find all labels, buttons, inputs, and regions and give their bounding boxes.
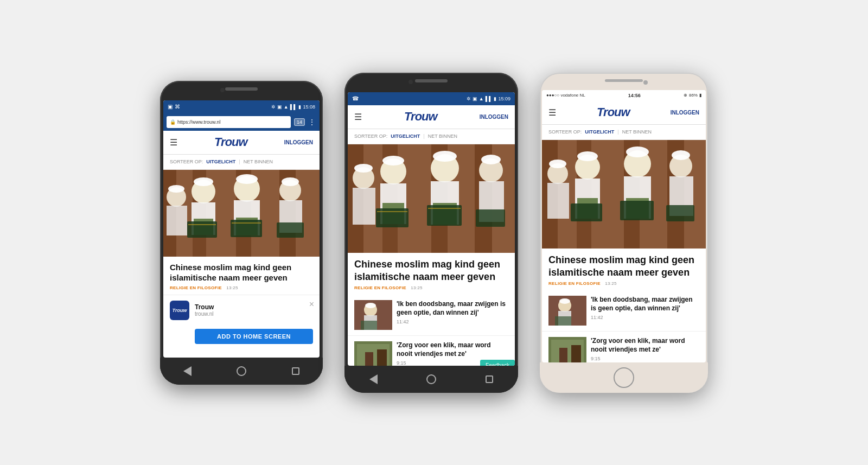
news-item-iphone-2: 'Zorg voor een klik, maar word nooit vri… — [542, 332, 706, 362]
sort-option2-2[interactable]: NET BINNEN — [428, 133, 457, 139]
menu-dots[interactable]: ⋮ — [308, 118, 316, 126]
trouw-logo-2: Trouw — [404, 110, 437, 124]
a2hs-url: trouw.nl — [195, 311, 313, 317]
news-meta-1: RELIGIE EN FILOSOFIE 13:25 — [163, 285, 320, 295]
svg-point-40 — [433, 151, 457, 162]
back-button-2[interactable] — [367, 373, 379, 385]
a2hs-icon-text: Trouw — [173, 308, 187, 313]
svg-point-39 — [382, 156, 404, 165]
android-phone-1: ▣ ⌘ ✲ ▣ ▲ ▌▌ ▮ 15:08 🔒 https://www.trouw… — [160, 81, 323, 385]
iphone-status-bar: ●●●○○ vodafone NL 14:56 ⊕ 86% ▮ — [542, 90, 706, 101]
add-to-home-screen-button[interactable]: ADD TO HOME SCREEN — [195, 329, 313, 344]
camera-2 — [409, 80, 413, 84]
network-2: ▣ — [473, 96, 477, 101]
sort-divider-iphone: | — [617, 129, 618, 135]
news-headline-1: Chinese moslim mag kind geen islamitisch… — [163, 257, 320, 285]
wifi-icon: ▲ — [284, 104, 289, 110]
news-small-headline-1: 'Ik ben doodsbang, maar zwijgen is geen … — [397, 300, 508, 317]
svg-rect-86 — [559, 348, 567, 362]
news-small-time-iphone-1: 11:42 — [591, 315, 699, 320]
iphone-phone: ●●●○○ vodafone NL 14:56 ⊕ 86% ▮ ☰ Trouw … — [540, 73, 708, 393]
sort-active[interactable]: UITGELICHT — [206, 159, 235, 164]
svg-rect-55 — [365, 352, 373, 365]
news-item-2: 'Zorg voor een klik, maar word nooit vri… — [348, 336, 515, 365]
app-header-1: ☰ Trouw INLOGGEN — [163, 131, 320, 155]
login-button[interactable]: INLOGGEN — [284, 139, 313, 145]
main-news-image-1 — [163, 170, 320, 257]
sort-option2[interactable]: NET BINNEN — [244, 159, 273, 164]
news-photo-svg-2 — [348, 144, 515, 253]
recents-button-2[interactable] — [483, 373, 495, 385]
wifi-2: ▲ — [479, 96, 484, 101]
trouw-logo: Trouw — [214, 135, 247, 149]
a2hs-info: Trouw trouw.nl — [195, 303, 313, 317]
sort-divider-2: | — [423, 133, 424, 139]
home-button-2[interactable] — [425, 373, 437, 385]
svg-rect-19 — [187, 221, 217, 238]
feedback-button[interactable]: Feedback — [480, 360, 515, 365]
speaker — [225, 87, 258, 91]
trouw-logo-iphone: Trouw — [597, 105, 630, 119]
a2hs-icon: Trouw — [170, 301, 189, 320]
sort-option2-iphone[interactable]: NET BINNEN — [622, 129, 652, 135]
thumb-svg-2 — [354, 341, 392, 365]
battery-icon: ▮ — [298, 104, 301, 110]
news-content-1: 'Ik ben doodsbang, maar zwijgen is geen … — [397, 300, 508, 324]
app-header-2: ☰ Trouw INLOGGEN — [348, 105, 515, 129]
news-item-iphone-1: 'Ik ben doodsbang, maar zwijgen is geen … — [542, 290, 706, 332]
url-text: https://www.trouw.nl — [177, 119, 221, 125]
svg-point-42 — [354, 164, 373, 173]
svg-point-75 — [549, 160, 566, 168]
svg-point-73 — [626, 146, 649, 157]
battery-pct: 86% — [689, 93, 698, 98]
hamburger-menu-iphone[interactable]: ☰ — [548, 107, 556, 118]
news-photo-svg — [163, 170, 320, 257]
time-2: 15:09 — [498, 96, 510, 101]
news-thumb-1 — [354, 300, 392, 330]
news-item-1: 'Ik ben doodsbang, maar zwijgen is geen … — [348, 295, 515, 336]
hamburger-menu[interactable]: ☰ — [170, 137, 177, 148]
address-input[interactable]: 🔒 https://www.trouw.nl — [167, 116, 291, 128]
svg-rect-46 — [377, 211, 407, 212]
battery-icon-iphone: ▮ — [699, 93, 701, 98]
main-news-image-iphone — [542, 140, 706, 249]
svg-rect-45 — [476, 209, 505, 227]
gps-icon: ⊕ — [684, 93, 687, 98]
thumb-svg-iphone-1 — [548, 296, 586, 326]
sort-divider: | — [239, 159, 240, 164]
news-thumb-iphone-2 — [548, 337, 586, 362]
svg-point-74 — [672, 150, 690, 160]
tab-badge[interactable]: 14 — [294, 118, 305, 126]
svg-rect-21 — [277, 222, 304, 238]
phone-icon: ☎ — [352, 95, 359, 101]
sort-active-iphone[interactable]: UITGELICHT — [585, 129, 614, 135]
home-button[interactable] — [235, 365, 247, 377]
svg-rect-78 — [666, 205, 694, 221]
iphone-time: 14:56 — [628, 93, 641, 98]
news-time-2: 13:25 — [411, 285, 423, 290]
svg-point-72 — [577, 151, 598, 161]
news-thumb-iphone-1 — [548, 296, 586, 326]
iphone-speaker — [605, 79, 643, 82]
login-button-iphone[interactable]: INLOGGEN — [671, 110, 699, 116]
sort-bar-1: SORTEER OP: UITGELICHT | NET BINNEN — [163, 155, 320, 170]
news-meta-iphone: RELIGIE EN FILOSOFIE 13:25 — [542, 281, 706, 290]
news-time-iphone: 13:25 — [605, 281, 617, 286]
lock-icon: 🔒 — [170, 119, 176, 125]
address-bar: 🔒 https://www.trouw.nl 14 ⋮ — [163, 113, 320, 131]
hamburger-menu-2[interactable]: ☰ — [354, 112, 362, 122]
thumb-svg-1 — [354, 300, 392, 330]
time: 15:08 — [303, 104, 315, 110]
iphone-home-button[interactable] — [614, 367, 634, 388]
nav-bar-1 — [160, 358, 323, 385]
carrier: ●●●○○ vodafone NL — [546, 93, 585, 98]
sort-active-2[interactable]: UITGELICHT — [391, 133, 420, 139]
status-right-2: ✲ ▣ ▲ ▌▌ ▮ 15:09 — [467, 96, 510, 101]
svg-rect-23 — [232, 222, 261, 224]
svg-rect-52 — [361, 321, 377, 330]
back-button[interactable] — [181, 365, 193, 377]
login-button-2[interactable]: INLOGGEN — [480, 114, 508, 120]
svg-rect-77 — [620, 201, 654, 220]
a2hs-close-button[interactable]: × — [309, 300, 314, 309]
recents-button[interactable] — [290, 365, 302, 377]
